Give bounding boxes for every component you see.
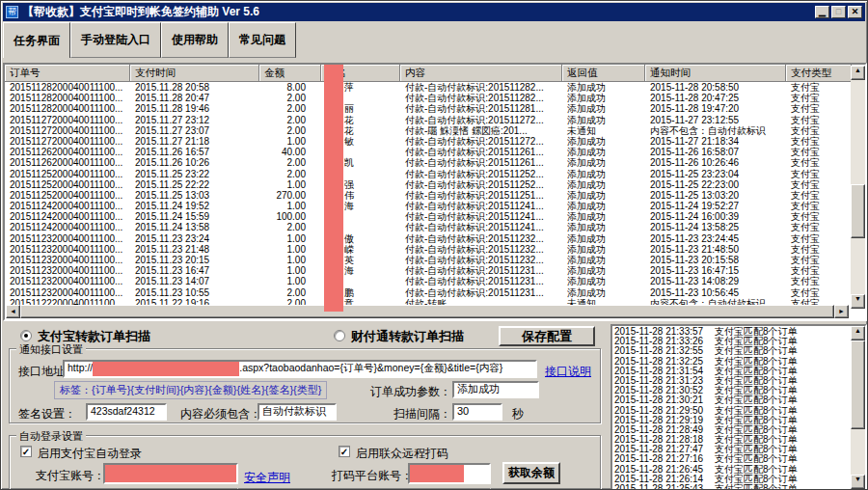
table-cell: 20151123200040011100... [5,276,130,286]
must-contain-input[interactable]: 自动付款标识 [258,403,337,421]
table-cell: 100.00 [259,211,321,222]
tab-3[interactable]: 常见问题 [229,22,296,58]
column-header-0[interactable]: 订单号 [5,65,130,82]
api-help-link[interactable]: 接口说明 [545,364,591,380]
table-row[interactable]: 20151124200040011100...2015.11.24 13:582… [5,222,850,232]
table-scroll-right-icon[interactable]: ► [834,305,849,318]
table-cell: 1.00 [259,265,321,276]
table-cell: 支付宝 [786,201,850,211]
table-hscroll-thumb[interactable] [20,305,834,318]
minimize-icon[interactable]: ▁ [815,6,829,18]
table-row[interactable]: 20151128200040011100...2015.11.28 20:588… [5,82,850,93]
table-row[interactable]: 20151124200040011100...2015.11.24 19:521… [5,201,850,211]
table-scroll-up-icon[interactable]: ▲ [851,66,865,80]
log-vscroll-thumb[interactable] [851,340,865,429]
alipay-scan-radio[interactable] [20,330,32,341]
interval-label: 扫描间隔： [393,406,451,422]
get-balance-button[interactable]: 获取余额 [502,462,560,484]
table-row[interactable]: 20151128200040011100...2015.11.28 20:472… [5,93,850,103]
table-vscroll-thumb[interactable] [851,184,865,238]
captcha-account-input[interactable] [408,463,491,484]
sign-label: 签名设置： [18,406,76,422]
table-body: 20151128200040011100...2015.11.28 20:588… [5,82,850,308]
app-window: 帮 【帮收款】支付宝即时到帐免签约辅助 Ver 5.6 ▁ □ ✕ 任务界面手动… [0,0,868,490]
column-header-6[interactable]: 通知时间 [645,65,786,82]
table-row[interactable]: 20151123200040011100...2015.11.23 16:471… [5,265,850,276]
table-row[interactable]: 20151124200040011100...2015.11.24 15:591… [5,211,850,222]
table-cell: 2015.11.27 23:12 [130,115,259,125]
table-cell: 添加成功 [562,157,645,168]
auto-login-checkbox[interactable]: ✓ [20,446,32,457]
table-cell: 2015.11.24 15:59 [130,211,259,222]
save-config-button[interactable]: 保存配置 [499,326,595,346]
table-cell: 2015.11.23 20:15 [130,255,259,265]
log-scroll-down-icon[interactable]: ▼ [851,475,865,489]
maximize-icon[interactable]: □ [831,6,846,18]
tenpay-scan-radio[interactable] [334,330,345,341]
table-cell: 2015-11-23 14:08:29 [645,276,786,286]
column-header-7[interactable]: 支付类型 [786,65,852,82]
table-cell: 支付宝 [786,115,850,125]
table-cell: 付款-自动付款标识:201511241... [400,211,562,222]
table-row[interactable]: 20151127200040011100...2015.11.27 21:181… [5,136,850,147]
table-cell: 支付宝 [786,287,850,298]
table-cell: 2015.11.25 13:03 [130,190,259,201]
log-entry[interactable]: 2015-11-28 21:30:21支付宝匹配8个订单 [614,395,850,405]
table-row[interactable]: 20151123200040011100...2015.11.23 10:552… [5,287,850,298]
table-row[interactable]: 20151125200040011100...2015.11.25 23:222… [5,169,850,179]
alipay-account-label: 支付宝账号： [36,468,105,484]
column-header-5[interactable]: 返回值 [562,65,645,82]
tenpay-scan-label: 财付通转款订单扫描 [351,328,464,345]
table-cell: 添加成功 [562,201,645,211]
table-cell: 1.00 [259,276,321,286]
table-row[interactable]: 20151128200040011100...2015.11.28 19:462… [5,103,850,114]
table-cell: 付款-自动付款标识:201511261... [400,147,562,157]
table-row[interactable]: 20151126200040011100...2015.11.26 16:574… [5,147,850,157]
tab-0[interactable]: 任务界面 [3,22,70,58]
table-cell: 支付宝 [786,255,850,265]
table-row[interactable]: 20151127200040011100...2015.11.27 23:122… [5,115,850,125]
sign-input[interactable]: 423sdaf24312 [86,403,167,421]
app-icon: 帮 [6,6,18,18]
interval-input[interactable]: 30 [452,403,502,421]
remote-code-checkbox[interactable]: ✓ [339,446,350,457]
table-cell: 添加成功 [562,190,645,201]
table-row[interactable]: 20151123200040011100...2015.11.23 14:071… [5,276,850,286]
log-entry-time: 2015-11-28 21:30:21 [614,395,715,405]
table-cell: 支付宝 [786,276,850,286]
table-row[interactable]: 20151127200040011100...2015.11.27 23:072… [5,125,850,136]
log-scroll-up-icon[interactable]: ▲ [851,326,865,340]
alipay-account-input[interactable] [103,463,238,484]
table-cell: 支付宝 [786,190,850,201]
remote-code-label: 启用联众远程打码 [356,446,448,462]
table-row[interactable]: 20151123200040011100...2015.11.23 23:241… [5,233,850,244]
column-header-1[interactable]: 支付时间 [130,65,259,82]
column-header-4[interactable]: 内容 [400,65,562,82]
tab-1[interactable]: 手动登陆入口 [70,22,161,58]
column-header-2[interactable]: 金额 [259,65,321,82]
table-row[interactable]: 20151126200040011100...2015.11.26 10:262… [5,157,850,168]
api-url-input[interactable]: http://.aspx?taobaodanhao={订单号}&money={金… [63,360,537,378]
table-cell: 2015.11.27 21:18 [130,136,259,147]
table-cell: 2015.11.27 23:07 [130,125,259,136]
title-bar[interactable]: 帮 【帮收款】支付宝即时到帐免签约辅助 Ver 5.6 ▁ □ ✕ [3,3,865,21]
table-scroll-down-icon[interactable]: ▼ [851,294,865,309]
security-statement-link[interactable]: 安全声明 [244,470,290,486]
table-cell: 2015.11.23 14:07 [130,276,259,286]
log-entry[interactable]: 2015-11-28 21:25:43支付宝匹配8个订单 [614,484,850,490]
close-icon[interactable]: ✕ [848,6,862,18]
table-cell: 20151123200040011100... [5,255,130,265]
table-cell: 2015.11.28 20:47 [130,93,259,103]
table-scroll-left-icon[interactable]: ◄ [6,305,20,318]
success-param-input[interactable]: 添加成功 [452,381,539,398]
table-cell: 2015.11.28 20:58 [130,82,259,93]
orders-table: 订单号支付时间金额姓名内容返回值通知时间支付类型 201511282000400… [3,63,867,321]
table-cell: 2015-11-24 13:58:25 [645,222,786,232]
table-cell: 添加成功 [562,169,645,179]
table-cell: 2015-11-24 19:52:27 [645,201,786,211]
table-row[interactable]: 20151123200040011100...2015.11.23 20:151… [5,255,850,265]
tab-2[interactable]: 使用帮助 [161,22,229,58]
table-row[interactable]: 20151123200040011100...2015.11.23 21:481… [5,244,850,255]
table-row[interactable]: 20151125200040011100...2015.11.25 22:221… [5,179,850,190]
table-row[interactable]: 20151125200040011100...2015.11.25 13:032… [5,190,850,201]
